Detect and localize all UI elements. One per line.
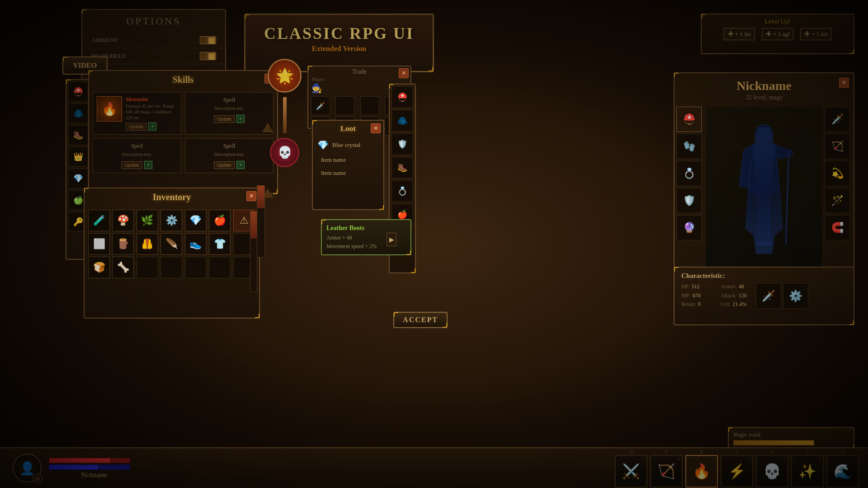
hp-key: HP: (681, 283, 690, 291)
equip-col-left: ⛑️ 🧤 💍 🛡️ 🔮 (676, 107, 703, 275)
meteorite-plus-btn[interactable]: + (148, 122, 156, 131)
equip-slot-right-3[interactable]: 🪄 (825, 188, 850, 213)
side-slot-1[interactable]: ⛑️ (68, 82, 88, 102)
equip-slot-left-2[interactable]: 💍 (676, 161, 702, 186)
nav-arrow-right[interactable]: ▶ (387, 233, 396, 246)
action-key-label-2: R (700, 449, 703, 454)
stat-armor: Armor: 48 (721, 283, 746, 291)
equip-slot-left-1[interactable]: 🧤 (676, 134, 702, 159)
trade-equip-2[interactable]: 🛡️ (392, 133, 413, 155)
stats-grid: HP: 512 Armor: 48 MP: 670 Attack: 120 Re… (681, 283, 747, 309)
equip-slot-right-2[interactable]: 💫 (825, 161, 850, 186)
loot-item-0[interactable]: 💎 Blue crystal (313, 137, 383, 154)
inventory-scrollbar[interactable] (250, 211, 257, 292)
inv-slot-14[interactable]: 🍞 (88, 257, 110, 278)
spell1-plus-btn[interactable]: + (236, 115, 245, 123)
char-stats-panel: Characteristic: HP: 512 Armor: 48 MP: 67… (674, 267, 854, 325)
trade-slot-0[interactable]: 🗡️ (311, 96, 330, 115)
action-slot-1[interactable]: 🏹 2 (650, 455, 683, 488)
action-icon-0: ⚔️ (622, 463, 640, 480)
weapon-slot-0[interactable]: 🗡️ (756, 283, 781, 309)
inv-slot-3[interactable]: ⚙️ (160, 210, 182, 231)
inv-slot-12[interactable]: 👕 (209, 233, 231, 255)
action-slot-6[interactable]: 🌊 7 (826, 455, 859, 488)
equip-slot-right-1[interactable]: 🏹 (825, 134, 850, 159)
equip-col-right: 🗡️ 🏹 💫 🪄 🧲 (825, 107, 852, 275)
action-slot-4[interactable]: 💀 5 (756, 455, 788, 488)
loot-close-btn[interactable]: ✕ (371, 123, 381, 133)
inv-slot-8[interactable]: 🪵 (112, 233, 134, 255)
spell2-update-btn[interactable]: Update (122, 161, 142, 169)
spell3-name: Spell (189, 142, 269, 150)
int-stat-btn[interactable]: ✛ + 1 Int (800, 28, 831, 40)
spell2-plus-btn[interactable]: + (144, 161, 152, 169)
blood-orb[interactable]: 💀 (270, 138, 299, 167)
loot-item-1[interactable]: Item name (313, 154, 383, 167)
action-group-0: Q ⚔️ 1 (615, 449, 647, 488)
meteorite-info: Meteorite Damage 45 per sec. Range 500. … (126, 96, 177, 131)
spell1-update-btn[interactable]: Update (214, 115, 235, 123)
inv-slot-1[interactable]: 🍄 (112, 210, 134, 231)
inventory-title: Inventory (85, 188, 259, 206)
trade-close-btn[interactable]: ✕ (399, 68, 409, 78)
equip-slot-right-4[interactable]: 🧲 (825, 215, 850, 240)
inv-slot-0[interactable]: 🧪 (88, 210, 110, 231)
meteorite-actions: Update + (126, 122, 177, 131)
side-slot-3[interactable]: 🥾 (68, 125, 88, 145)
equip-slot-left-3[interactable]: 🛡️ (676, 188, 702, 213)
equip-slot-left-4[interactable]: 🔮 (676, 215, 702, 240)
slot-num-0: 1 (643, 457, 645, 461)
equip-slot-left-0[interactable]: ⛑️ (676, 107, 702, 132)
inv-slot-17[interactable] (160, 257, 182, 278)
loot-icon-0: 💎 (317, 140, 329, 150)
meteorite-update-btn[interactable]: Update (126, 123, 146, 131)
action-slot-0[interactable]: ⚔️ 1 (615, 455, 647, 488)
inventory-close-btn[interactable]: ✕ (246, 191, 256, 201)
trade-equip-1[interactable]: 🧥 (392, 110, 413, 131)
inv-slot-19[interactable] (209, 257, 231, 278)
action-group-1: E 🏹 2 (650, 449, 683, 488)
ambient-toggle[interactable] (200, 36, 216, 44)
trade-equip-0[interactable]: ⛑️ (392, 86, 413, 108)
inv-slot-2[interactable]: 🌿 (137, 210, 158, 231)
fire-orb[interactable]: 🌟 (268, 59, 302, 93)
center-scrollbar[interactable] (257, 185, 265, 258)
action-slot-3[interactable]: ⚡ 4 (721, 455, 753, 488)
levelup-title: Level Up! (705, 18, 850, 25)
trade-equip-3[interactable]: 🥾 (392, 157, 413, 178)
accept-button[interactable]: ACCEPT (393, 312, 448, 328)
action-char-area: 👤 32 (9, 454, 45, 483)
wand-bar-fill (733, 440, 814, 446)
char-close-btn[interactable]: ✕ (839, 78, 849, 88)
svg-point-8 (764, 242, 773, 246)
spell3-plus-btn[interactable]: + (236, 161, 245, 169)
hq-models-toggle[interactable] (200, 52, 216, 60)
inv-slot-4[interactable]: 💎 (185, 210, 207, 231)
spell3-update-btn[interactable]: Update (214, 161, 235, 169)
trade-equip-4[interactable]: 💍 (392, 180, 413, 202)
center-scroll-thumb (257, 186, 264, 208)
side-slot-4[interactable]: 👑 (68, 147, 88, 167)
agl-stat-btn[interactable]: ✛ + 1 agl (762, 28, 793, 40)
trade-slot-2[interactable] (360, 96, 379, 115)
action-key-label-6: 9 (842, 449, 844, 454)
inv-slot-7[interactable]: ⬜ (88, 233, 110, 255)
weapon-slot-1[interactable]: ⚙️ (783, 283, 808, 309)
trade-slot-1[interactable] (335, 96, 354, 115)
crit-key: Crit: (721, 301, 731, 309)
inv-slot-15[interactable]: 🦴 (112, 257, 134, 278)
inv-slot-18[interactable] (185, 257, 207, 278)
side-slot-2[interactable]: 🧥 (68, 103, 88, 123)
inv-slot-11[interactable]: 👟 (185, 233, 207, 255)
levelup-panel: Level Up! ✛ + 1 Str ✛ + 1 agl ✛ + 1 Int (701, 14, 854, 54)
action-slot-2[interactable]: 🔥 3 (685, 455, 718, 488)
equip-slot-right-0[interactable]: 🗡️ (825, 107, 850, 132)
inv-slot-9[interactable]: 🦺 (137, 233, 158, 255)
inv-slot-10[interactable]: 🪶 (160, 233, 182, 255)
str-stat-btn[interactable]: ✛ + 1 Str (724, 28, 755, 40)
inv-slot-5[interactable]: 🍎 (209, 210, 231, 231)
inv-slot-16[interactable] (137, 257, 158, 278)
loot-item-2[interactable]: Item name (313, 167, 383, 180)
action-slot-5[interactable]: ✨ 9 (791, 455, 824, 488)
side-slot-5[interactable]: 💎 (68, 169, 88, 188)
